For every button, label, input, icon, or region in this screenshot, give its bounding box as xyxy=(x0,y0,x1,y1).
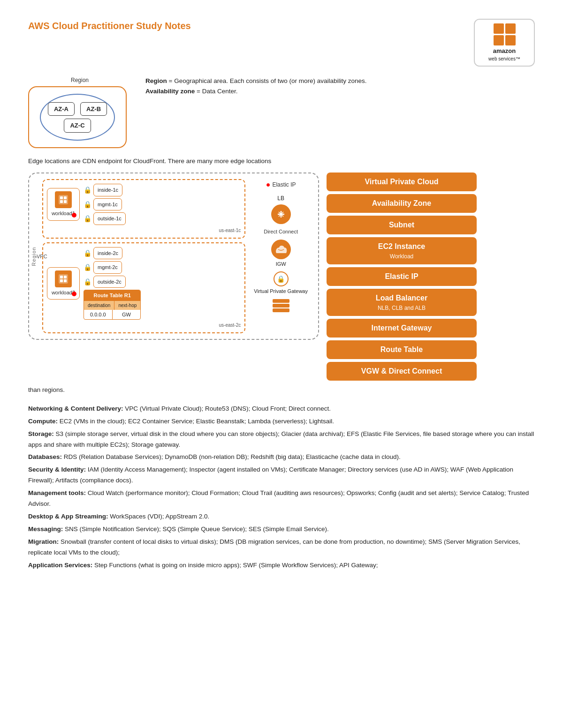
mgmt-2c-box: mgmt-2c xyxy=(93,261,122,274)
note-bold-1: Compute: xyxy=(28,418,58,425)
sidebar-label-5: Load BalancerNLB, CLB and ALB xyxy=(327,289,477,316)
inside-1c-box: inside-1c xyxy=(93,184,122,196)
note-text-9: Step Functions (what is going on inside … xyxy=(92,562,378,569)
diagram-center: ● Elastic IP LB Direct Connect IGW xyxy=(249,179,312,312)
region-def-text: = Geographical area. Each consists of tw… xyxy=(167,77,367,84)
az-b-box: AZ-B xyxy=(80,102,107,116)
svg-rect-6 xyxy=(60,276,63,278)
vpg-lock-icon: 🔒 xyxy=(274,271,289,286)
note-bold-2: Storage: xyxy=(28,430,54,437)
region-text-block: Region = Geographical area. Each consist… xyxy=(145,76,367,96)
svg-rect-9 xyxy=(64,279,67,282)
note-9: Application Services: Step Functions (wh… xyxy=(28,560,535,571)
route-table-col-headers: destination next-hop xyxy=(84,301,140,310)
server-bar-1 xyxy=(273,299,289,303)
than-regions-text: than regions. xyxy=(28,385,535,395)
route-dest-cell: 0.0.0.0 xyxy=(84,310,113,320)
workload2-block: workload2 xyxy=(47,267,80,300)
az-def-bold: Availability zone xyxy=(145,88,195,95)
region-def-bold: Region xyxy=(145,77,167,84)
sidebar-label-4: Elastic IP xyxy=(327,267,477,286)
note-5: Management tools: Cloud Watch (performan… xyxy=(28,488,535,510)
region-outer-box: AZ-A AZ-B AZ-C xyxy=(28,86,127,148)
region-circle: AZ-A AZ-B AZ-C xyxy=(40,94,115,141)
note-3: Databases: RDS (Relation Database Servic… xyxy=(28,452,535,463)
az-zone-2-inner: workload2 🔒 inside-2c 🔒 mgmt-2c xyxy=(47,247,241,320)
route-table: Route Table R1 destination next-hop 0.0.… xyxy=(84,290,141,320)
note-bold-5: Management tools: xyxy=(28,489,86,496)
svg-rect-0 xyxy=(59,195,68,204)
sidebar-label-6: Internet Gateway xyxy=(327,319,477,338)
server-bar-2 xyxy=(273,304,289,308)
outside-2c-box: outside-2c xyxy=(93,276,126,288)
aws-logo-cubes xyxy=(494,23,516,45)
svg-rect-5 xyxy=(59,274,68,284)
us-east-1c-label: us-east-1c xyxy=(47,225,241,234)
inside-2c-box: inside-2c xyxy=(93,247,122,260)
server-icon xyxy=(273,299,289,312)
workload1-block: workload1 xyxy=(47,188,80,221)
svg-rect-2 xyxy=(64,196,67,199)
route-nexthop-cell: GW xyxy=(113,310,141,320)
az-def-text: = Data Center. xyxy=(195,88,237,95)
note-text-4: IAM (Identity Access Management); Inspec… xyxy=(28,466,513,484)
page-header: AWS Cloud Practitioner Study Notes amazo… xyxy=(28,19,535,67)
lock-icon-5: 🔒 xyxy=(84,263,91,272)
vpg-label: Virtual Private Gateway xyxy=(254,287,308,295)
elastic-ip-label: ● Elastic IP xyxy=(266,179,296,190)
svg-rect-4 xyxy=(64,200,67,203)
note-bold-0: Networking & Content Delivery: xyxy=(28,405,123,412)
instance-1-wrapper: workload1 xyxy=(47,188,80,221)
az-zone-2: workload2 🔒 inside-2c 🔒 mgmt-2c xyxy=(42,242,245,334)
note-text-7: SNS (Simple Notification Service); SQS (… xyxy=(63,525,328,533)
edge-text: Edge locations are CDN endpoint for Clou… xyxy=(28,157,535,166)
igw-icon xyxy=(271,240,291,259)
lock-icon-6: 🔒 xyxy=(84,277,91,287)
note-bold-3: Databases: xyxy=(28,453,62,460)
aws-logo: amazon web services™ xyxy=(474,19,535,67)
red-dot-1 xyxy=(72,213,76,218)
note-bold-8: Migration: xyxy=(28,538,59,545)
note-text-1: EC2 (VMs in the cloud); EC2 Container Se… xyxy=(58,418,334,425)
col-nexthop: next-hop xyxy=(114,301,140,310)
note-bold-6: Desktop & App Streaming: xyxy=(28,513,108,520)
sidebar-label-2: Subnet xyxy=(327,216,477,234)
sidebar-label-7: Route Table xyxy=(327,340,477,359)
az-top-row: AZ-A AZ-B xyxy=(41,102,114,116)
note-7: Messaging: SNS (Simple Notification Serv… xyxy=(28,524,535,535)
col-dest: destination xyxy=(84,301,114,310)
lb-icon xyxy=(271,204,291,224)
lock-icon-2: 🔒 xyxy=(84,200,91,210)
lb-text-label: LB xyxy=(277,194,284,203)
sidebar-labels: Virtual Private CloudAvailability ZoneSu… xyxy=(327,173,477,381)
page-title: AWS Cloud Practitioner Study Notes xyxy=(28,19,191,33)
lock-icon-3: 🔒 xyxy=(84,214,91,224)
note-text-3: RDS (Relation Database Services); Dynamo… xyxy=(62,453,401,460)
sidebar-label-1: Availability Zone xyxy=(327,194,477,213)
subnet-boxes-1: 🔒 inside-1c 🔒 mgmt-1c 🔒 outside-1c xyxy=(84,184,126,225)
az-a-box: AZ-A xyxy=(48,102,75,116)
region-diagram: Region AZ-A AZ-B AZ-C xyxy=(28,76,131,148)
route-table-header: Route Table R1 xyxy=(84,290,140,301)
notes-section: Networking & Content Delivery: VPC (Virt… xyxy=(28,404,535,571)
route-table-row-1: 0.0.0.0 GW xyxy=(84,310,140,320)
svg-rect-8 xyxy=(60,279,63,282)
note-4: Security & Identity: IAM (Identity Acces… xyxy=(28,465,535,486)
lock-icon-1: 🔒 xyxy=(84,185,91,195)
sidebar-label-sub-3: Workload xyxy=(335,252,468,261)
vpg-group: 🔒 Virtual Private Gateway xyxy=(254,271,308,295)
note-text-5: Cloud Watch (performance monitor); Cloud… xyxy=(28,489,529,507)
note-text-6: WorkSpaces (VDI); AppStream 2.0. xyxy=(108,513,210,520)
lock-icon-4: 🔒 xyxy=(84,248,91,258)
red-dot-2 xyxy=(72,292,76,296)
direct-connect-label: Direct Connect xyxy=(264,228,298,236)
region-section: Region AZ-A AZ-B AZ-C Region = Geographi… xyxy=(28,76,535,148)
az-bottom-row: AZ-C xyxy=(41,119,114,133)
sidebar-label-8: VGW & Direct Connect xyxy=(327,362,477,381)
note-text-0: VPC (Virtual Private Cloud); Route53 (DN… xyxy=(123,405,331,412)
igw-text-label: IGW xyxy=(276,260,286,268)
note-8: Migration: Snowball (transfer content of… xyxy=(28,537,535,558)
note-text-8: Snowball (transfer content of local disk… xyxy=(28,538,520,556)
az-zone-1: workload1 🔒 inside-1c 🔒 mgmt-1c xyxy=(42,179,245,239)
sidebar-label-3: EC2 InstanceWorkload xyxy=(327,237,477,264)
